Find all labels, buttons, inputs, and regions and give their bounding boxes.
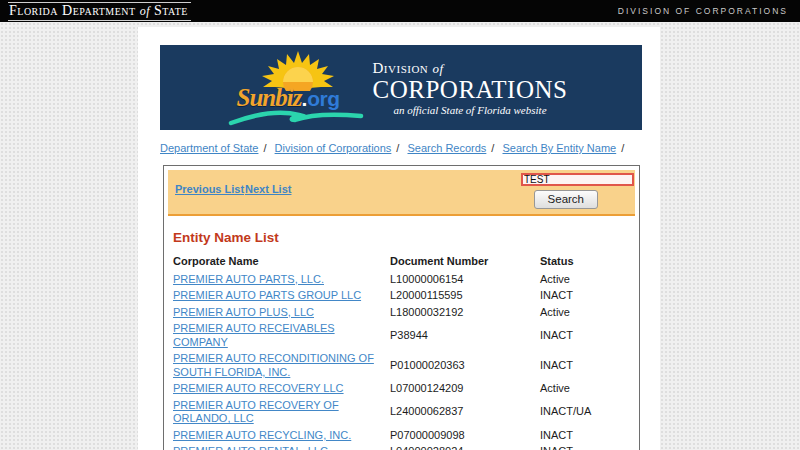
document-number-cell: L07000124209 <box>390 381 540 398</box>
entity-table-row: PREMIER AUTO PLUS, LLC L18000032192 Acti… <box>173 304 633 321</box>
corporate-name-cell: PREMIER AUTO PARTS, LLC. <box>173 271 390 288</box>
document-number-cell: L18000032192 <box>390 304 540 321</box>
sunbiz-banner: Sunbiz.org Division of CORPORATIONS an o… <box>160 45 642 130</box>
document-number-cell: P01000020363 <box>390 351 540 381</box>
breadcrumb-separator: / <box>258 142 271 154</box>
entity-table-header-row: Corporate Name Document Number Status <box>173 253 633 271</box>
banner-division-line: Division of <box>373 60 568 77</box>
dos-logo-of: of <box>140 4 150 18</box>
banner-tagline: an official State of Florida website <box>373 104 568 116</box>
status-column-header: Status <box>540 253 633 271</box>
corporate-name-cell: PREMIER AUTO RECYCLING, INC. <box>173 427 390 444</box>
status-cell: Active <box>540 381 633 398</box>
search-results-box: Previous List Next List Search Entity Na… <box>163 165 640 450</box>
breadcrumb-item: Search Records/ <box>407 142 499 154</box>
sunbiz-text: Sunbiz <box>237 84 302 111</box>
florida-dos-logo[interactable]: Florida Department of State <box>8 2 191 21</box>
status-cell: INACT <box>540 288 633 305</box>
breadcrumb: Department of State/ Division of Corpora… <box>160 142 642 154</box>
division-of-word: of <box>433 61 444 76</box>
document-number-cell: L24000062837 <box>390 397 540 427</box>
entity-name-link[interactable]: PREMIER AUTO RECOVERY LLC <box>173 382 344 394</box>
corporate-name-cell: PREMIER AUTO RECOVERY LLC <box>173 381 390 398</box>
entity-table: Corporate Name Document Number Status PR… <box>173 253 633 450</box>
division-word: Division <box>373 60 429 76</box>
entity-table-row: PREMIER AUTO PARTS, LLC. L10000006154 Ac… <box>173 271 633 288</box>
wave-swoosh-icon <box>227 108 367 128</box>
entity-name-link[interactable]: PREMIER AUTO RECYCLING, INC. <box>173 429 351 441</box>
breadcrumb-item: Search By Entity Name/ <box>502 142 629 154</box>
banner-corporations-title: CORPORATIONS <box>373 77 568 102</box>
status-cell: INACT/UA <box>540 397 633 427</box>
entity-table-body: PREMIER AUTO PARTS, LLC. L10000006154 Ac… <box>173 271 633 450</box>
search-input[interactable] <box>521 173 634 186</box>
entity-table-row: PREMIER AUTO RECOVERY OF ORLANDO, LLC L2… <box>173 397 633 427</box>
status-cell: INACT <box>540 427 633 444</box>
entity-name-link[interactable]: PREMIER AUTO PARTS, LLC. <box>173 273 324 285</box>
status-cell: Active <box>540 304 633 321</box>
previous-list-link[interactable]: Previous List <box>175 183 244 195</box>
search-button[interactable]: Search <box>534 190 598 209</box>
entity-table-row: PREMIER AUTO RENTAL, LLC L04000028024 IN… <box>173 444 633 450</box>
entity-table-row: PREMIER AUTO RECOVERY LLC L07000124209 A… <box>173 381 633 398</box>
entity-name-link[interactable]: PREMIER AUTO RECOVERY OF ORLANDO, LLC <box>173 399 339 425</box>
entity-table-row: PREMIER AUTO PARTS GROUP LLC L2000011559… <box>173 288 633 305</box>
breadcrumb-link[interactable]: Search By Entity Name <box>502 142 616 154</box>
breadcrumb-link[interactable]: Search Records <box>407 142 486 154</box>
corporate-name-column-header: Corporate Name <box>173 253 390 271</box>
document-number-cell: P38944 <box>390 321 540 351</box>
top-title-bar: Florida Department of State Division of … <box>0 0 800 22</box>
status-cell: INACT <box>540 321 633 351</box>
entity-table-row: PREMIER AUTO RECYCLING, INC. P0700000909… <box>173 427 633 444</box>
dos-logo-part1: Florida Department <box>9 3 136 18</box>
entity-table-row: PREMIER AUTO RECONDITIONING OF SOUTH FLO… <box>173 351 633 381</box>
topbar-division-label: Division of Corporations <box>618 6 788 16</box>
corporate-name-cell: PREMIER AUTO PLUS, LLC <box>173 304 390 321</box>
corporate-name-cell: PREMIER AUTO RENTAL, LLC <box>173 444 390 450</box>
entity-table-row: PREMIER AUTO RECEIVABLES COMPANY P38944 … <box>173 321 633 351</box>
org-text: org <box>307 87 339 110</box>
dos-logo-part2: State <box>154 3 188 18</box>
corporate-name-cell: PREMIER AUTO RECOVERY OF ORLANDO, LLC <box>173 397 390 427</box>
document-number-cell: L10000006154 <box>390 271 540 288</box>
status-cell: INACT <box>540 351 633 381</box>
breadcrumb-separator: / <box>616 142 629 154</box>
sunbiz-logo[interactable]: Sunbiz.org <box>235 48 367 128</box>
corporate-name-cell: PREMIER AUTO RECEIVABLES COMPANY <box>173 321 390 351</box>
entity-name-link[interactable]: PREMIER AUTO RECEIVABLES COMPANY <box>173 322 335 348</box>
breadcrumb-item: Department of State/ <box>160 142 272 154</box>
next-list-link[interactable]: Next List <box>245 183 291 195</box>
document-number-cell: L04000028024 <box>390 444 540 450</box>
status-cell: Active <box>540 271 633 288</box>
document-number-cell: P07000009098 <box>390 427 540 444</box>
document-number-column-header: Document Number <box>390 253 540 271</box>
content-panel: Sunbiz.org Division of CORPORATIONS an o… <box>138 27 660 450</box>
entity-name-link[interactable]: PREMIER AUTO PLUS, LLC <box>173 306 314 318</box>
page-background: Sunbiz.org Division of CORPORATIONS an o… <box>0 22 800 450</box>
breadcrumb-link[interactable]: Department of State <box>160 142 258 154</box>
corporate-name-cell: PREMIER AUTO RECONDITIONING OF SOUTH FLO… <box>173 351 390 381</box>
breadcrumb-separator: / <box>486 142 499 154</box>
banner-title-block: Division of CORPORATIONS an official Sta… <box>367 60 568 116</box>
corporate-name-cell: PREMIER AUTO PARTS GROUP LLC <box>173 288 390 305</box>
entity-name-link[interactable]: PREMIER AUTO RECONDITIONING OF SOUTH FLO… <box>173 352 374 378</box>
list-navigation-bar: Previous List Next List Search <box>168 170 635 216</box>
breadcrumb-link[interactable]: Division of Corporations <box>275 142 392 154</box>
breadcrumb-item: Division of Corporations/ <box>275 142 405 154</box>
entity-name-link[interactable]: PREMIER AUTO PARTS GROUP LLC <box>173 289 361 301</box>
entity-name-list-heading: Entity Name List <box>173 230 635 245</box>
status-cell: INACT <box>540 444 633 450</box>
document-number-cell: L20000115595 <box>390 288 540 305</box>
breadcrumb-separator: / <box>391 142 404 154</box>
entity-name-link[interactable]: PREMIER AUTO RENTAL, LLC <box>173 445 328 450</box>
